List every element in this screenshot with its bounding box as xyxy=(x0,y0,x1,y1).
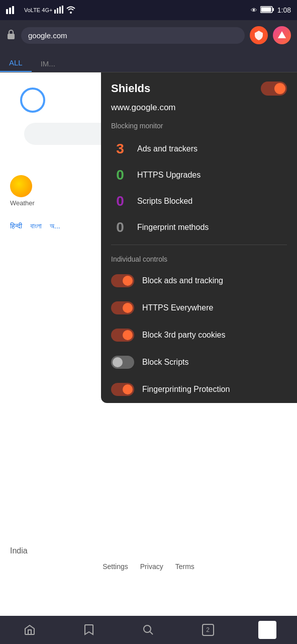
signal-icon xyxy=(54,6,64,15)
footer-settings[interactable]: Settings xyxy=(103,562,128,571)
thumbnail-nav-button[interactable] xyxy=(257,620,277,640)
status-bar: VoLTE 4G+ 👁 1:08 xyxy=(0,0,297,20)
country-label: India xyxy=(10,546,28,555)
shields-header: Shields xyxy=(101,72,297,103)
carrier-icon xyxy=(6,5,22,16)
control-block-cookies: Block 3rd party cookies xyxy=(101,321,297,349)
eye-icon: 👁 xyxy=(251,7,257,14)
block-ads-toggle[interactable] xyxy=(111,274,134,287)
battery-icon xyxy=(260,6,274,15)
https-everywhere-label: HTTPS Everywhere xyxy=(142,303,213,312)
svg-rect-1 xyxy=(9,8,11,14)
svg-rect-4 xyxy=(57,8,58,14)
blocking-monitor-title: Blocking monitor xyxy=(101,118,297,136)
url-bar[interactable]: google.com xyxy=(21,27,245,44)
search-nav-button[interactable] xyxy=(138,620,158,640)
ads-count: 3 xyxy=(111,141,129,157)
https-count: 0 xyxy=(111,167,129,183)
monitor-ads: 3 Ads and trackers xyxy=(101,136,297,162)
fingerprint-protection-toggle[interactable] xyxy=(111,383,134,396)
svg-rect-9 xyxy=(261,7,271,12)
scripts-count: 0 xyxy=(111,193,129,209)
monitor-https: 0 HTTPS Upgrades xyxy=(101,162,297,188)
tab-all[interactable]: ALL xyxy=(0,54,32,72)
footer-terms[interactable]: Terms xyxy=(175,562,194,571)
status-volte: VoLTE 4G+ xyxy=(24,7,52,13)
bookmarks-nav-button[interactable] xyxy=(79,620,99,640)
shields-title: Shields xyxy=(111,82,150,95)
block-ads-label: Block ads and tracking xyxy=(142,276,223,285)
fingerprint-protection-label: Fingerprinting Protection xyxy=(142,385,230,394)
control-block-ads: Block ads and tracking xyxy=(101,267,297,294)
home-nav-button[interactable] xyxy=(20,620,40,640)
google-logo-circle xyxy=(20,88,45,113)
divider xyxy=(111,245,287,245)
svg-rect-3 xyxy=(54,10,56,14)
status-bar-right: 👁 1:08 xyxy=(251,6,291,15)
tab-bar: ALL IM... xyxy=(0,50,297,72)
svg-point-7 xyxy=(70,12,72,14)
weather-label: Weather xyxy=(10,199,35,207)
svg-rect-6 xyxy=(62,6,63,14)
fingerprint-label: Fingerprint methods xyxy=(137,223,209,232)
svg-rect-10 xyxy=(272,8,274,11)
control-block-scripts: Block Scripts xyxy=(101,349,297,376)
fingerprint-count: 0 xyxy=(111,219,129,235)
lock-icon xyxy=(6,29,16,42)
brave-icon[interactable] xyxy=(250,26,268,44)
footer-privacy[interactable]: Privacy xyxy=(140,562,163,571)
block-scripts-toggle[interactable] xyxy=(111,356,134,369)
tab-count-badge: 2 xyxy=(202,624,214,636)
svg-rect-11 xyxy=(8,34,15,39)
shields-panel: Shields www.google.com Blocking monitor … xyxy=(101,72,297,403)
svg-rect-5 xyxy=(59,7,61,14)
svg-line-13 xyxy=(150,632,153,635)
wifi-icon xyxy=(66,6,75,15)
weather-icon xyxy=(10,175,32,197)
tab-images[interactable]: IM... xyxy=(32,55,64,72)
svg-rect-2 xyxy=(12,6,14,14)
shields-site-url: www.google.com xyxy=(101,103,297,118)
scripts-label: Scripts Blocked xyxy=(137,197,192,206)
control-https-everywhere: HTTPS Everywhere xyxy=(101,294,297,321)
block-cookies-label: Block 3rd party cookies xyxy=(142,331,225,340)
status-bar-left: VoLTE 4G+ xyxy=(6,5,75,16)
individual-controls-title: Individual controls xyxy=(101,249,297,267)
lang-bengali[interactable]: বাংলা xyxy=(30,222,42,230)
lang-other[interactable]: অ... xyxy=(50,222,60,230)
block-cookies-toggle[interactable] xyxy=(111,329,134,342)
https-everywhere-toggle[interactable] xyxy=(111,301,134,314)
svg-rect-0 xyxy=(6,9,8,14)
tabs-nav-button[interactable]: 2 xyxy=(198,620,218,640)
shields-toggle-thumb xyxy=(274,83,285,94)
svg-point-12 xyxy=(144,625,151,632)
profile-icon[interactable] xyxy=(273,26,291,44)
page-thumbnail xyxy=(258,621,276,639)
browser-content: Weather हिन्दी বাংলা অ... India Settings… xyxy=(0,72,297,616)
block-scripts-label: Block Scripts xyxy=(142,358,188,367)
time-display: 1:08 xyxy=(277,6,291,14)
footer-links: Settings Privacy Terms xyxy=(0,562,297,571)
lang-hindi[interactable]: हिन्दी xyxy=(10,222,22,230)
shields-main-toggle[interactable] xyxy=(261,82,287,96)
ads-label: Ads and trackers xyxy=(137,144,197,153)
monitor-fingerprint: 0 Fingerprint methods xyxy=(101,214,297,240)
https-label: HTTPS Upgrades xyxy=(137,171,201,180)
bottom-nav: 2 xyxy=(0,616,297,644)
browser-toolbar: google.com xyxy=(0,20,297,50)
monitor-scripts: 0 Scripts Blocked xyxy=(101,188,297,214)
control-fingerprint-protection: Fingerprinting Protection xyxy=(101,376,297,403)
